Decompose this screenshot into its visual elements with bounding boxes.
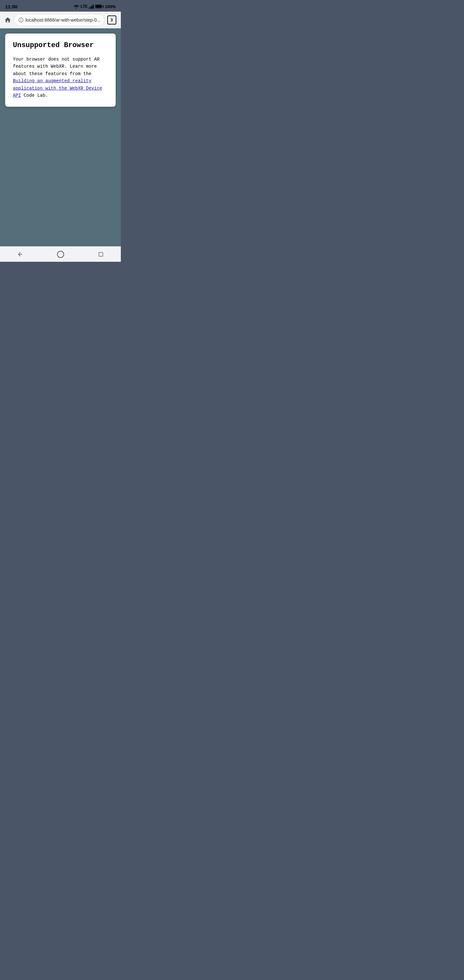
card-body-text: Your browser does not support AR feature… <box>13 57 100 76</box>
svg-point-4 <box>57 251 64 258</box>
nav-home-button[interactable] <box>54 248 67 261</box>
battery-percent: 100% <box>105 4 116 9</box>
status-icons: LTE 100% <box>73 4 116 9</box>
card-title: Unsupported Browser <box>13 41 108 49</box>
main-content: Unsupported Browser Your browser does no… <box>0 29 121 246</box>
url-text: localhost:8888/ar-with-webxr/step-0... <box>25 18 100 22</box>
svg-rect-5 <box>99 252 103 256</box>
svg-point-3 <box>21 19 21 19</box>
address-bar[interactable]: localhost:8888/ar-with-webxr/step-0... <box>14 14 105 26</box>
card-after-link: Code Lab. <box>21 93 48 98</box>
nav-home-icon <box>57 250 64 258</box>
status-time: 11:00 <box>5 4 17 10</box>
status-bar: 11:00 LTE 100% <box>0 0 121 12</box>
browser-bar: localhost:8888/ar-with-webxr/step-0... 3 <box>0 12 121 29</box>
navigation-bar <box>0 246 121 262</box>
home-icon <box>4 16 11 24</box>
card-body: Your browser does not support AR feature… <box>13 56 108 99</box>
back-icon <box>17 251 24 258</box>
menu-button[interactable] <box>119 16 121 24</box>
recent-apps-button[interactable] <box>94 248 107 261</box>
recent-apps-icon <box>98 251 104 257</box>
wifi-icon <box>73 4 79 9</box>
back-button[interactable] <box>14 248 27 261</box>
battery-icon <box>95 5 104 8</box>
unsupported-browser-card: Unsupported Browser Your browser does no… <box>5 33 116 107</box>
home-button[interactable] <box>4 16 11 24</box>
info-icon <box>18 18 24 22</box>
tab-button[interactable]: 3 <box>107 16 116 24</box>
signal-icon <box>89 4 94 9</box>
tab-count: 3 <box>111 18 113 22</box>
lte-label: LTE <box>81 4 87 9</box>
